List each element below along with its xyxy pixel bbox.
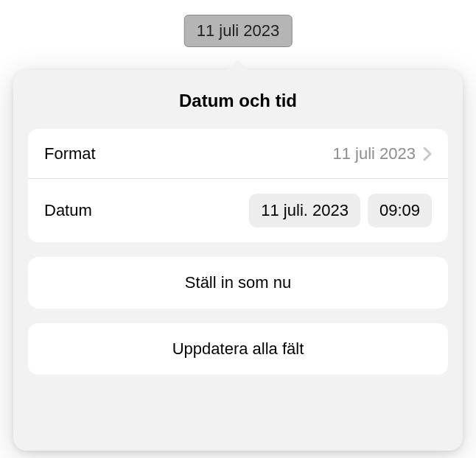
- date-pills-container: 11 juli. 2023 09:09: [249, 194, 432, 228]
- format-label: Format: [44, 144, 96, 163]
- settings-card: Format 11 juli 2023 Datum 11 juli. 2023 …: [28, 129, 448, 242]
- date-label: Datum: [44, 201, 92, 220]
- update-all-fields-button[interactable]: Uppdatera alla fält: [28, 323, 448, 375]
- selected-date-chip[interactable]: 11 juli 2023: [184, 15, 293, 47]
- selected-date-text: 11 juli 2023: [197, 21, 280, 40]
- set-as-now-button[interactable]: Ställ in som nu: [28, 257, 448, 309]
- date-row: Datum 11 juli. 2023 09:09: [28, 179, 448, 242]
- time-picker-value: 09:09: [379, 201, 420, 219]
- date-picker-button[interactable]: 11 juli. 2023: [249, 194, 360, 228]
- format-row[interactable]: Format 11 juli 2023: [28, 129, 448, 179]
- popover-arrow: [226, 60, 250, 71]
- time-picker-button[interactable]: 09:09: [368, 194, 432, 228]
- date-picker-value: 11 juli. 2023: [261, 201, 349, 219]
- format-value-container: 11 juli 2023: [332, 144, 432, 163]
- chevron-right-icon: [423, 147, 432, 161]
- update-all-fields-label: Uppdatera alla fält: [172, 339, 304, 359]
- popover-title: Datum och tid: [13, 70, 463, 129]
- set-as-now-label: Ställ in som nu: [185, 273, 291, 292]
- format-value: 11 juli 2023: [332, 144, 416, 163]
- date-time-popover: Datum och tid Format 11 juli 2023 Datum …: [13, 70, 463, 451]
